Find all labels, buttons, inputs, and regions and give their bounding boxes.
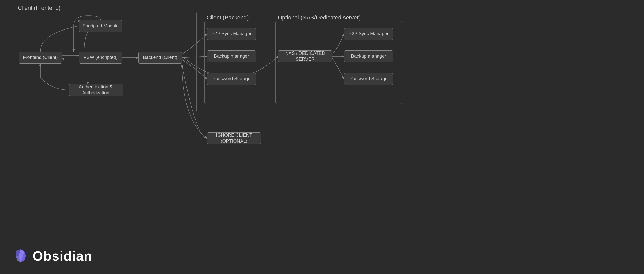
node-backend-client: Backend (Client) [138,52,182,64]
node-encripted-module: Encripted Module [79,20,122,32]
node-nas-server: NAS / DEDICATED SERVER [278,50,332,62]
node-p2p-sync-optional: P2P Sync Manager [344,28,393,40]
node-psw-encrypted: PSW (encripted) [79,52,122,64]
diagram-canvas: Client (Frontend) Client (Backend) Optio… [0,0,644,274]
node-p2p-sync-backend: P2P Sync Manager [207,28,256,40]
group-optional-label: Optional (NAS/Dedicated server) [278,14,361,21]
obsidian-logo-text: Obsidian [33,248,92,264]
node-password-storage-backend: Password Storage [207,73,256,85]
obsidian-icon [13,248,28,263]
node-password-storage-optional: Password Storage [344,73,393,85]
obsidian-branding: Obsidian [13,248,92,264]
node-auth-authorization: Authentication & Authorization [69,84,123,96]
node-ignore-client: IGNORE CLIENT (OPTIONAL) [207,132,261,144]
group-frontend-label: Client (Frontend) [18,5,61,11]
group-backend-label: Client (Backend) [207,14,249,21]
node-frontend-client: Frontend (Client) [19,52,62,64]
node-backup-manager-backend: Backup manager [207,50,256,62]
node-backup-manager-optional: Backup manager [344,50,393,62]
